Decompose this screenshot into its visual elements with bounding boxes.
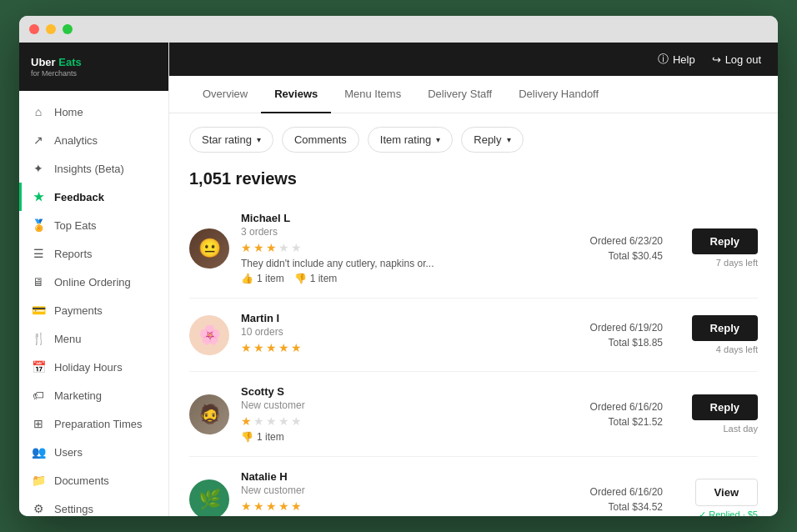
minimize-dot[interactable] [46,24,56,34]
reply-section-martin-i: Reply4 days left [674,315,758,354]
star-filled-icon: ★ [266,341,277,354]
filter-reply[interactable]: Reply▾ [461,127,523,153]
help-link[interactable]: ⓘ Help [658,52,695,67]
filter-comments[interactable]: Comments [282,127,359,153]
nav-icon-users: 👥 [31,445,46,459]
logout-label: Log out [725,53,761,66]
thumbs-up-icon: 👍 [241,273,253,284]
reviewer-orders-natalie-h: New customer [241,484,551,496]
sidebar-item-home[interactable]: ⌂Home [19,98,168,126]
tabs-bar: OverviewReviewsMenu ItemsDelivery StaffD… [169,76,778,113]
logo-text: Uber Eats [31,56,82,68]
filter-star-rating[interactable]: Star rating▾ [189,127,273,153]
nav-label-home: Home [54,106,83,118]
nav-label-insights: Insights (Beta) [54,163,124,175]
sidebar-item-online-ordering[interactable]: 🖥Online Ordering [19,268,168,296]
sidebar-item-holiday-hours[interactable]: 📅Holiday Hours [19,353,168,381]
reviewer-name-scotty-s: Scotty S [241,385,551,398]
thumbs-down-icon: 👎 [241,431,253,443]
sidebar-item-insights[interactable]: ✦Insights (Beta) [19,154,168,183]
reply-button-scotty-s[interactable]: Reply [692,394,758,420]
close-dot[interactable] [29,24,39,34]
view-button-natalie-h[interactable]: View [695,479,758,506]
star-filled-icon: ★ [278,341,289,354]
nav-label-menu: Menu [54,333,82,345]
logout-link[interactable]: ↪ Log out [712,53,761,66]
filter-label-comments: Comments [294,133,347,146]
review-info-natalie-h: Natalie HNew customer★★★★★👍 2 items [241,470,551,516]
logout-icon: ↪ [712,53,721,66]
reviewer-name-martin-i: Martin I [241,312,551,324]
nav-label-feedback: Feedback [54,191,104,203]
reply-section-natalie-h: View✓ Replied · $5 [674,479,758,517]
nav-icon-top-eats: 🏅 [31,218,46,232]
check-icon: ✓ [699,509,706,517]
order-date-natalie-h: Ordered 6/16/20 [563,486,663,498]
sidebar-item-users[interactable]: 👥Users [19,438,168,466]
nav-icon-preparation: ⊞ [31,417,46,430]
sidebar-item-preparation[interactable]: ⊞Preparation Times [19,409,168,438]
nav-icon-insights: ✦ [31,162,46,175]
order-total-natalie-h: Total $34.52 [563,501,663,513]
nav-label-reports: Reports [54,248,93,260]
sidebar-item-analytics[interactable]: ↗Analytics [19,126,168,154]
nav-label-top-eats: Top Eats [54,219,97,232]
reviewer-orders-michael-l: 3 orders [241,226,551,238]
thumbs-up-michael-l: 👍 1 item [241,273,284,284]
thumbs-down-scotty-s: 👎 1 item [241,431,284,443]
days-left-scotty-s: Last day [723,424,758,434]
sidebar-item-top-eats[interactable]: 🏅Top Eats [19,211,168,239]
help-icon: ⓘ [658,52,669,67]
star-filled-icon: ★ [253,341,264,354]
star-empty-icon: ★ [278,414,289,428]
tab-menu-items[interactable]: Menu Items [331,76,414,113]
review-info-michael-l: Michael L3 orders★★★★★They didn't includ… [241,212,551,284]
star-filled-icon: ★ [241,499,252,513]
sidebar-item-feedback[interactable]: ★Feedback [19,183,168,211]
star-empty-icon: ★ [278,241,289,254]
days-left-martin-i: 4 days left [716,344,758,354]
filter-item-rating[interactable]: Item rating▾ [368,127,453,153]
order-date-scotty-s: Ordered 6/16/20 [563,401,663,413]
star-empty-icon: ★ [266,414,277,428]
tab-delivery-staff[interactable]: Delivery Staff [414,76,505,113]
reply-button-martin-i[interactable]: Reply [692,315,758,341]
star-empty-icon: ★ [291,414,302,428]
review-item-michael-l: 😐Michael L3 orders★★★★★They didn't inclu… [189,198,758,299]
reply-section-scotty-s: ReplyLast day [674,394,758,434]
thumbs-down-icon: 👎 [294,273,307,284]
maximize-dot[interactable] [63,24,73,34]
star-filled-icon: ★ [241,241,252,254]
app-window: Uber Eats for Merchants ⌂Home↗Analytics✦… [19,16,778,516]
sidebar-item-menu[interactable]: 🍴Menu [19,324,168,353]
nav-label-payments: Payments [54,304,103,317]
sidebar-item-documents[interactable]: 📁Documents [19,466,168,494]
star-filled-icon: ★ [291,341,302,354]
thumbs-down-michael-l: 👎 1 item [294,273,338,284]
reply-button-michael-l[interactable]: Reply [692,228,758,254]
review-item-martin-i: 🌸Martin I10 orders★★★★★Ordered 6/19/20To… [189,299,758,372]
sidebar-item-marketing[interactable]: 🏷Marketing [19,381,168,409]
sidebar-item-settings[interactable]: ⚙Settings [19,494,168,516]
stars-martin-i: ★★★★★ [241,341,551,354]
review-info-martin-i: Martin I10 orders★★★★★ [241,312,551,358]
tab-overview[interactable]: Overview [189,76,261,113]
logo-merchants: for Merchants [31,69,82,78]
tab-reviews[interactable]: Reviews [261,76,331,113]
nav-icon-online-ordering: 🖥 [31,275,46,289]
stars-scotty-s: ★★★★★ [241,414,551,428]
tab-delivery-handoff[interactable]: Delivery Handoff [505,76,612,113]
star-filled-icon: ★ [253,499,264,513]
star-filled-icon: ★ [241,341,252,354]
stars-michael-l: ★★★★★ [241,241,551,254]
nav-label-settings: Settings [54,503,93,515]
sidebar-header: Uber Eats for Merchants [19,43,168,91]
filter-label-item-rating: Item rating [380,133,431,146]
review-reactions-scotty-s: 👎 1 item [241,431,551,443]
sidebar-item-reports[interactable]: ☰Reports [19,239,168,268]
nav-label-documents: Documents [54,474,109,487]
sidebar-item-payments[interactable]: 💳Payments [19,296,168,324]
main-content: ⓘ Help ↪ Log out OverviewReviewsMenu Ite… [169,43,778,516]
title-bar [19,16,778,43]
nav-label-users: Users [54,446,83,459]
